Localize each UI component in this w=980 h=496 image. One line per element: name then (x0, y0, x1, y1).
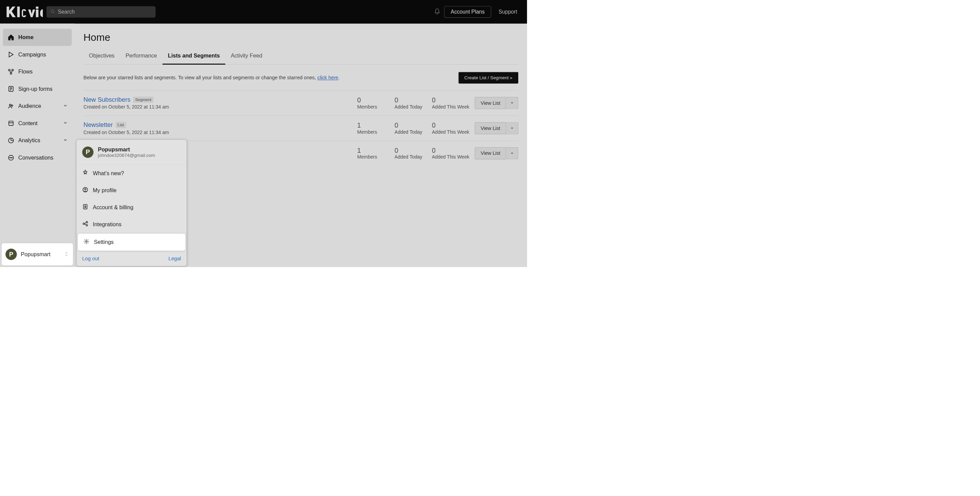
menu-item-settings[interactable]: Settings (78, 234, 185, 251)
legal-link[interactable]: Legal (169, 256, 181, 262)
view-list-button[interactable]: View List (475, 147, 506, 159)
support-link[interactable]: Support (495, 9, 520, 15)
view-list-button[interactable]: View List (475, 122, 506, 134)
menu-item-what-s-new[interactable]: What's new? (76, 165, 186, 182)
stat: 1Members (357, 121, 387, 135)
stat-number: 0 (432, 96, 469, 104)
profile-icon (82, 187, 88, 194)
sidebar-item-label: Sign-up forms (18, 86, 52, 92)
avatar: P (5, 249, 17, 260)
svg-line-1 (53, 12, 54, 13)
svg-point-0 (51, 10, 54, 12)
sidebar-item-label: Conversations (18, 154, 53, 161)
sparkles-icon (82, 170, 88, 177)
sidebar: Home Campaigns Flows Sign-up forms Audie… (0, 24, 75, 267)
sidebar-item-campaigns[interactable]: Campaigns (3, 46, 72, 63)
integrations-icon (82, 221, 88, 228)
stat-label: Members (357, 104, 387, 110)
stat-label: Added Today (395, 154, 424, 160)
click-here-link[interactable]: click here (318, 75, 338, 80)
create-list-segment-button[interactable]: Create List / Segment » (458, 72, 518, 83)
stat-number: 0 (432, 146, 469, 154)
account-name: Popupsmart (21, 251, 50, 257)
gear-icon (83, 238, 89, 246)
sidebar-item-content[interactable]: Content (3, 114, 72, 132)
search-box[interactable] (47, 6, 156, 17)
menu-item-label: Settings (94, 239, 114, 245)
account-pill[interactable]: P Popupsmart (1, 243, 73, 266)
tab-activity-feed[interactable]: Activity Feed (225, 49, 268, 64)
stat-label: Added Today (395, 129, 424, 135)
svg-point-23 (86, 221, 88, 223)
chevron-down-icon (63, 103, 68, 109)
svg-point-22 (83, 223, 85, 224)
list-name-link[interactable]: Newsletter (83, 121, 113, 129)
logout-link[interactable]: Log out (82, 256, 99, 262)
sidebar-item-label: Campaigns (18, 51, 46, 57)
intro-text: Below are your starred lists and segment… (83, 75, 340, 81)
sidebar-item-signup-forms[interactable]: Sign-up forms (3, 80, 72, 98)
stat-label: Members (357, 129, 387, 135)
sidebar-item-audience[interactable]: Audience (3, 98, 72, 115)
tab-performance[interactable]: Performance (120, 49, 163, 64)
sidebar-item-label: Content (18, 120, 38, 126)
search-input[interactable] (58, 9, 151, 15)
avatar: P (82, 146, 93, 158)
menu-account-name: Popupsmart (98, 146, 155, 153)
stat-number: 0 (432, 121, 469, 129)
tabs: Objectives Performance Lists and Segment… (83, 49, 518, 65)
created-meta: Created on October 5, 2022 at 11:34 am (83, 130, 357, 135)
stat: 0Added Today (395, 96, 424, 110)
type-badge: Segment (133, 97, 153, 103)
menu-footer: Log out Legal (76, 251, 186, 266)
stat-label: Added This Week (432, 104, 469, 110)
view-dropdown-button[interactable] (506, 147, 518, 159)
menu-account-email: johndoe320674@gmail.com (98, 153, 155, 158)
stat: 0Added This Week (432, 121, 469, 135)
account-menu-popup: P Popupsmart johndoe320674@gmail.com Wha… (76, 140, 186, 266)
sidebar-item-analytics[interactable]: Analytics (3, 132, 72, 149)
sidebar-item-label: Audience (18, 103, 41, 109)
notifications-icon[interactable] (434, 8, 440, 16)
stat-number: 1 (357, 121, 387, 129)
menu-item-label: What's new? (93, 170, 124, 176)
menu-item-integrations[interactable]: Integrations (76, 216, 186, 233)
sidebar-item-conversations[interactable]: Conversations (3, 149, 72, 166)
svg-point-9 (9, 104, 11, 106)
account-plans-button[interactable]: Account Plans (444, 6, 491, 17)
menu-item-my-profile[interactable]: My profile (76, 182, 186, 199)
sidebar-item-label: Flows (18, 69, 33, 75)
svg-point-21 (85, 205, 86, 207)
svg-point-16 (11, 157, 11, 158)
sidebar-item-home[interactable]: Home (3, 29, 72, 46)
svg-point-15 (10, 157, 10, 158)
svg-point-10 (11, 105, 13, 106)
stat: 0Added Today (395, 146, 424, 160)
logo (6, 6, 43, 17)
created-meta: Created on October 5, 2022 at 11:34 am (83, 105, 357, 110)
menu-header: P Popupsmart johndoe320674@gmail.com (76, 140, 186, 165)
menu-item-label: Account & billing (93, 204, 134, 210)
top-bar: Account Plans Support (0, 0, 527, 24)
sidebar-item-flows[interactable]: Flows (3, 63, 72, 81)
menu-item-label: My profile (93, 187, 117, 193)
stat-number: 0 (395, 121, 424, 129)
stat-number: 0 (357, 96, 387, 104)
list-name-link[interactable]: New Subscribers (83, 96, 130, 103)
stat-number: 0 (395, 96, 424, 104)
chevron-down-icon (63, 120, 68, 126)
stat-label: Added This Week (432, 154, 469, 160)
view-list-button[interactable]: View List (475, 97, 506, 109)
type-badge: List (115, 122, 126, 128)
stat: 1Members (357, 146, 387, 160)
stat: 0Members (357, 96, 387, 110)
chevron-up-down-icon (64, 251, 69, 257)
view-dropdown-button[interactable] (506, 97, 518, 109)
menu-item-account-billing[interactable]: Account & billing (76, 199, 186, 216)
page-title: Home (83, 32, 518, 43)
sidebar-item-label: Home (18, 34, 34, 40)
tab-lists-segments[interactable]: Lists and Segments (162, 49, 225, 64)
search-icon (50, 9, 55, 14)
tab-objectives[interactable]: Objectives (83, 49, 120, 64)
view-dropdown-button[interactable] (506, 122, 518, 134)
